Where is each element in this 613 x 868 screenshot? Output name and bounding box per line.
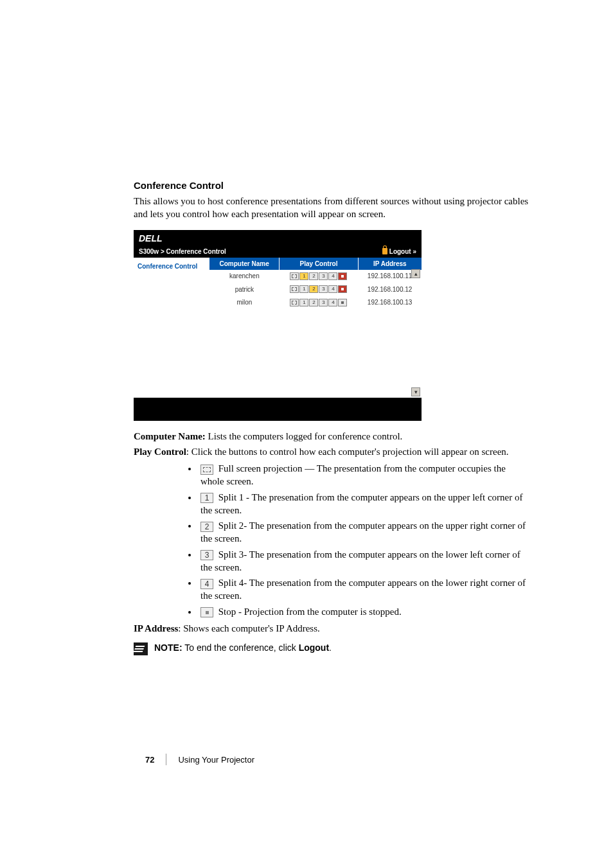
list-item: 4 Split 4- The presenation from the comp…: [198, 576, 529, 603]
cell-computer-name: milon: [209, 296, 280, 308]
note-before: To end the conference, click: [182, 642, 299, 653]
computer-name-text: Lists the computers logged for conferenc…: [206, 431, 403, 441]
fullscreen-icon: [200, 465, 213, 475]
fullscreen-button[interactable]: [290, 299, 299, 306]
logout-link[interactable]: Logout »: [382, 248, 416, 255]
stop-icon: [200, 607, 213, 617]
main-panel: Computer Name Play Control IP Address ka…: [209, 258, 422, 398]
list-item: Full screen projection — The presentatio…: [198, 462, 529, 488]
page-number: 72: [145, 755, 154, 765]
breadcrumb-sep: >: [161, 248, 164, 255]
table-row: karenchen 1 2 3 4: [209, 270, 422, 283]
split1-desc: Split 1 - The presenation from the compu…: [200, 492, 522, 515]
split2-desc: Split 2- The presenation from the comput…: [200, 520, 526, 544]
list-item: 3 Split 3- The presenation from the comp…: [198, 548, 529, 574]
split2-button[interactable]: 2: [309, 272, 318, 280]
split1-button[interactable]: 1: [299, 285, 308, 293]
app-footer: [134, 398, 422, 421]
breadcrumb-page: Conference Control: [166, 248, 226, 255]
logout-label: Logout »: [389, 248, 416, 255]
note: NOTE: To end the conference, click Logou…: [134, 642, 529, 655]
split4-button[interactable]: 4: [328, 285, 337, 293]
play-control-desc: Play Control: Click the buttons to contr…: [134, 445, 529, 458]
split1-button[interactable]: 1: [299, 272, 308, 280]
split1-button[interactable]: 1: [299, 299, 308, 306]
split3-button[interactable]: 3: [319, 285, 328, 293]
play-control-term: Play Control: [134, 447, 186, 457]
split2-icon: 2: [200, 522, 213, 532]
sidebar: Conference Control: [134, 258, 209, 398]
footer-divider: [166, 754, 166, 765]
stop-button[interactable]: [338, 272, 347, 280]
col-play-control: Play Control: [280, 258, 358, 270]
cell-computer-name: patrick: [209, 283, 280, 296]
conference-control-app: DELL S300w > Conference Control Logout »…: [134, 230, 422, 421]
dell-logo: DELL: [134, 230, 422, 245]
ip-address-term: IP Address: [134, 623, 178, 633]
note-text: NOTE: To end the conference, click Logou…: [154, 642, 332, 653]
cell-play-control: 1 2 3 4: [280, 270, 358, 283]
table-row: patrick 1 2 3 4: [209, 283, 422, 296]
note-icon: [134, 642, 148, 655]
split3-icon: 3: [200, 550, 213, 560]
ip-address-desc: IP Address: Shows each computer's IP Add…: [134, 622, 529, 635]
page-footer: 72 Using Your Projector: [145, 754, 254, 765]
note-label: NOTE:: [154, 642, 182, 653]
split2-button[interactable]: 2: [309, 285, 318, 293]
cell-ip: 192.168.100.13: [358, 296, 422, 308]
split3-desc: Split 3- The presenation from the comput…: [200, 549, 520, 572]
logo-text: DELL: [139, 234, 163, 243]
lock-icon: [382, 248, 387, 254]
note-logout-word: Logout: [299, 642, 329, 653]
table-row: milon 1 2 3 4: [209, 296, 422, 308]
section-intro: This allows you to host conference prese…: [134, 195, 529, 221]
ip-address-text: : Shows each computer's IP Address.: [178, 623, 319, 633]
fullscreen-button[interactable]: [290, 285, 299, 293]
list-item: 2 Split 2- The presenation from the comp…: [198, 519, 529, 545]
cell-play-control: 1 2 3 4: [280, 283, 358, 296]
list-item: 1 Split 1 - The presenation from the com…: [198, 491, 529, 517]
fullscreen-desc: Full screen projection — The presentatio…: [200, 463, 506, 486]
split1-icon: 1: [200, 493, 213, 503]
split4-button[interactable]: 4: [328, 299, 337, 306]
split4-desc: Split 4- The presenation from the comput…: [200, 578, 526, 601]
cell-ip: 192.168.100.12: [358, 283, 422, 296]
play-control-list: Full screen projection — The presentatio…: [198, 462, 529, 618]
computer-name-term: Computer Name:: [134, 431, 206, 441]
conference-table: Computer Name Play Control IP Address ka…: [209, 258, 422, 309]
cell-computer-name: karenchen: [209, 270, 280, 283]
scroll-down-button[interactable]: ▾: [411, 387, 420, 396]
list-item: Stop - Projection from the computer is s…: [198, 605, 529, 618]
breadcrumb-model: S300w: [139, 248, 159, 255]
stop-button[interactable]: [338, 299, 347, 306]
scroll-up-button[interactable]: ▴: [411, 269, 420, 278]
note-after: .: [329, 642, 332, 653]
split3-button[interactable]: 3: [319, 272, 328, 280]
stop-button[interactable]: [338, 285, 347, 293]
breadcrumb: S300w > Conference Control Logout »: [134, 245, 422, 258]
computer-name-desc: Computer Name: Lists the computers logge…: [134, 430, 529, 443]
chapter-name: Using Your Projector: [178, 755, 254, 765]
stop-desc: Stop - Projection from the computer is s…: [216, 607, 402, 617]
play-control-text: : Click the buttons to control how each …: [186, 447, 509, 457]
split4-button[interactable]: 4: [328, 272, 337, 280]
cell-play-control: 1 2 3 4: [280, 296, 358, 308]
section-title: Conference Control: [134, 180, 529, 191]
split2-button[interactable]: 2: [309, 299, 318, 306]
col-ip-address: IP Address: [358, 258, 422, 270]
split3-button[interactable]: 3: [319, 299, 328, 306]
split4-icon: 4: [200, 579, 213, 589]
fullscreen-button[interactable]: [290, 272, 299, 280]
sidebar-item-conference-control[interactable]: Conference Control: [138, 263, 206, 270]
col-computer-name: Computer Name: [209, 258, 280, 270]
